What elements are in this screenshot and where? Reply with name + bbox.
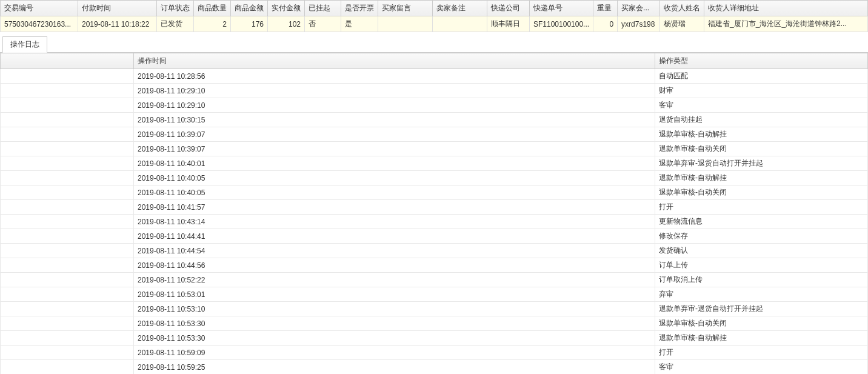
col-status[interactable]: 订单状态: [157, 1, 194, 16]
log-cell-type: 打开: [655, 346, 868, 360]
log-row[interactable]: 2019-08-11 10:40:05退款单审核-自动关闭: [1, 185, 868, 200]
col-recv-addr[interactable]: 收货人详细地址: [704, 1, 868, 16]
log-cell-type: 发货确认: [655, 244, 868, 258]
log-cell-time: 2019-08-11 10:40:05: [134, 171, 655, 185]
log-row[interactable]: 2019-08-11 10:53:01弃审: [1, 287, 868, 302]
log-cell-spacer: [1, 142, 134, 156]
log-cell-time: 2019-08-11 10:44:56: [134, 258, 655, 273]
log-row[interactable]: 2019-08-11 10:53:10退款单弃审-退货自动打开并挂起: [1, 302, 868, 316]
cell-pay-time: 2019-08-11 10:18:22: [78, 16, 157, 32]
log-row[interactable]: 2019-08-11 10:44:41修改保存: [1, 229, 868, 244]
log-row[interactable]: 2019-08-11 10:52:22订单取消上传: [1, 273, 868, 287]
cell-weight: 0: [593, 16, 618, 32]
log-row[interactable]: 2019-08-11 10:40:01退款单弃审-退货自动打开并挂起: [1, 156, 868, 171]
log-cell-time: 2019-08-11 10:39:07: [134, 142, 655, 156]
log-cell-type: 订单上传: [655, 258, 868, 273]
log-cell-spacer: [1, 127, 134, 142]
log-cell-spacer: [1, 229, 134, 244]
log-cell-type: 退款单审核-自动解挂: [655, 127, 868, 142]
log-cell-type: 财审: [655, 84, 868, 98]
log-row[interactable]: 2019-08-11 10:30:15退货自动挂起: [1, 113, 868, 127]
cell-held: 否: [305, 16, 341, 32]
log-cell-type: 退款单审核-自动关闭: [655, 316, 868, 331]
tab-operation-log[interactable]: 操作日志: [2, 36, 47, 53]
cell-seller-note: [433, 16, 487, 32]
log-cell-time: 2019-08-11 10:28:56: [134, 69, 655, 84]
tab-bar: 操作日志: [0, 36, 868, 53]
col-held[interactable]: 已挂起: [305, 1, 341, 16]
log-cell-spacer: [1, 346, 134, 360]
col-seller-note[interactable]: 卖家备注: [433, 1, 487, 16]
log-cell-spacer: [1, 69, 134, 84]
log-cell-time: 2019-08-11 10:59:09: [134, 346, 655, 360]
log-cell-time: 2019-08-11 10:53:10: [134, 302, 655, 316]
log-cell-time: 2019-08-11 10:43:14: [134, 215, 655, 229]
log-cell-type: 客审: [655, 360, 868, 375]
col-paid[interactable]: 实付金额: [268, 1, 305, 16]
log-col-time[interactable]: 操作时间: [134, 53, 655, 69]
log-cell-time: 2019-08-11 10:29:10: [134, 98, 655, 113]
log-row[interactable]: 2019-08-11 10:39:07退款单审核-自动关闭: [1, 142, 868, 156]
log-row[interactable]: 2019-08-11 10:44:56订单上传: [1, 258, 868, 273]
col-buyer-msg[interactable]: 买家留言: [378, 1, 433, 16]
log-cell-time: 2019-08-11 10:41:57: [134, 200, 655, 215]
log-cell-time: 2019-08-11 10:40:01: [134, 156, 655, 171]
col-tracking[interactable]: 快递单号: [530, 1, 593, 16]
cell-invoice: 是: [341, 16, 378, 32]
log-row[interactable]: 2019-08-11 10:59:09打开: [1, 346, 868, 360]
log-header-row: 操作时间 操作类型: [1, 53, 868, 69]
order-grid: 交易编号 付款时间 订单状态 商品数量 商品金额 实付金额 已挂起 是否开票 买…: [0, 0, 868, 32]
cell-recv-name: 杨贤瑞: [660, 16, 704, 32]
log-row[interactable]: 2019-08-11 10:59:25客审: [1, 360, 868, 375]
cell-buyer-id: yxrd7s198: [618, 16, 660, 32]
log-col-spacer: [1, 53, 134, 69]
log-cell-type: 更新物流信息: [655, 215, 868, 229]
log-cell-spacer: [1, 287, 134, 302]
log-row[interactable]: 2019-08-11 10:29:10客审: [1, 98, 868, 113]
cell-recv-addr: 福建省_厦门市_海沧区_海沧街道钟林路2...: [704, 16, 868, 32]
col-amount[interactable]: 商品金额: [231, 1, 268, 16]
log-cell-time: 2019-08-11 10:59:25: [134, 360, 655, 375]
log-row[interactable]: 2019-08-11 10:29:10财审: [1, 84, 868, 98]
col-invoice[interactable]: 是否开票: [341, 1, 378, 16]
log-cell-time: 2019-08-11 10:53:01: [134, 287, 655, 302]
log-row[interactable]: 2019-08-11 10:53:30退款单审核-自动解挂: [1, 331, 868, 346]
cell-status: 已发货: [157, 16, 194, 32]
log-cell-time: 2019-08-11 10:40:05: [134, 185, 655, 200]
log-cell-type: 退款单弃审-退货自动打开并挂起: [655, 156, 868, 171]
log-row[interactable]: 2019-08-11 10:53:30退款单审核-自动关闭: [1, 316, 868, 331]
cell-tracking: SF1100100100...: [530, 16, 593, 32]
log-row[interactable]: 2019-08-11 10:28:56自动匹配: [1, 69, 868, 84]
log-cell-type: 退款单审核-自动解挂: [655, 331, 868, 346]
col-courier[interactable]: 快递公司: [487, 1, 530, 16]
log-cell-time: 2019-08-11 10:52:22: [134, 273, 655, 287]
col-buyer-id[interactable]: 买家会...: [618, 1, 660, 16]
log-cell-time: 2019-08-11 10:30:15: [134, 113, 655, 127]
log-row[interactable]: 2019-08-11 10:43:14更新物流信息: [1, 215, 868, 229]
cell-trade-no: 575030467230163...: [1, 16, 78, 32]
log-cell-spacer: [1, 273, 134, 287]
log-cell-type: 退款单审核-自动解挂: [655, 171, 868, 185]
log-cell-spacer: [1, 360, 134, 375]
log-row[interactable]: 2019-08-11 10:44:54发货确认: [1, 244, 868, 258]
log-row[interactable]: 2019-08-11 10:41:57打开: [1, 200, 868, 215]
col-trade-no[interactable]: 交易编号: [1, 1, 78, 16]
col-weight[interactable]: 重量: [593, 1, 618, 16]
log-cell-type: 打开: [655, 200, 868, 215]
log-cell-type: 客审: [655, 98, 868, 113]
cell-courier: 顺丰隔日: [487, 16, 530, 32]
log-cell-time: 2019-08-11 10:44:54: [134, 244, 655, 258]
log-cell-time: 2019-08-11 10:29:10: [134, 84, 655, 98]
log-cell-time: 2019-08-11 10:39:07: [134, 127, 655, 142]
col-pay-time[interactable]: 付款时间: [78, 1, 157, 16]
log-cell-spacer: [1, 185, 134, 200]
order-row[interactable]: 575030467230163... 2019-08-11 10:18:22 已…: [1, 16, 868, 32]
log-col-type[interactable]: 操作类型: [655, 53, 868, 69]
col-recv-name[interactable]: 收货人姓名: [660, 1, 704, 16]
log-cell-spacer: [1, 244, 134, 258]
cell-paid: 102: [268, 16, 305, 32]
col-qty[interactable]: 商品数量: [194, 1, 231, 16]
log-row[interactable]: 2019-08-11 10:40:05退款单审核-自动解挂: [1, 171, 868, 185]
log-row[interactable]: 2019-08-11 10:39:07退款单审核-自动解挂: [1, 127, 868, 142]
log-cell-type: 自动匹配: [655, 69, 868, 84]
